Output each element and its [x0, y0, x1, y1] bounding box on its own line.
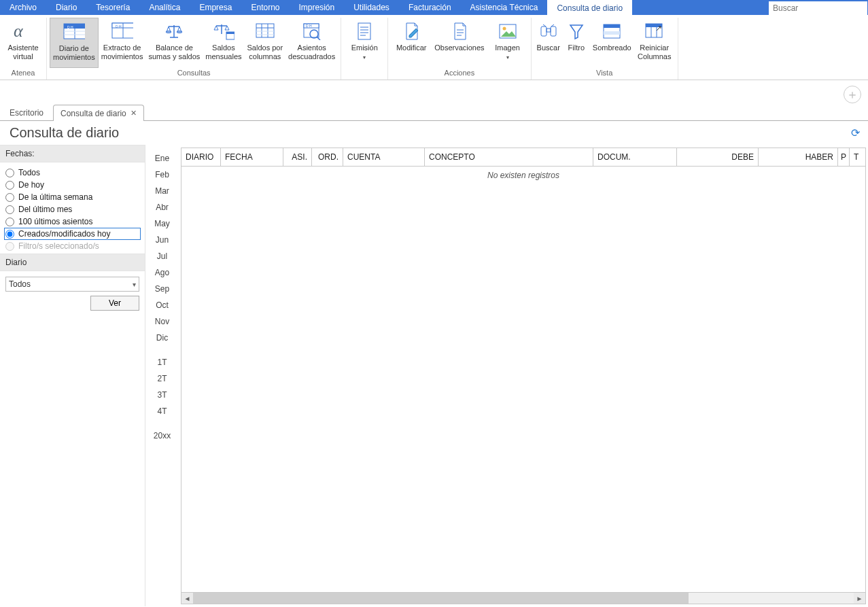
diario-value: Todos: [9, 279, 31, 289]
reiniciar-columnas-button[interactable]: Reiniciar Columnas: [634, 18, 675, 68]
month-sep[interactable]: Sep: [145, 281, 179, 297]
refresh-button[interactable]: ⟳: [851, 126, 860, 139]
binoculars-icon: [538, 20, 559, 42]
col-p[interactable]: P: [838, 148, 850, 166]
ver-button[interactable]: Ver: [90, 296, 139, 311]
close-icon[interactable]: ✕: [131, 109, 137, 118]
quarter-4t[interactable]: 4T: [145, 403, 179, 419]
menu-archivo[interactable]: Archivo: [0, 0, 46, 15]
col-t[interactable]: T: [850, 148, 865, 166]
svg-text:D   H: D H: [306, 24, 312, 28]
col-ord[interactable]: ORD.: [312, 148, 343, 166]
scroll-track[interactable]: [193, 593, 854, 604]
document-tabs: Escritorio Consulta de diario ✕ ＋: [0, 80, 868, 121]
menu-impresion[interactable]: Impresión: [289, 0, 344, 15]
month-ene[interactable]: Ene: [145, 150, 179, 167]
svg-rect-19: [226, 32, 235, 34]
menu-facturacion[interactable]: Facturación: [399, 0, 461, 15]
ribbon-group-emision: Emisión▾: [341, 18, 388, 80]
col-debe[interactable]: DEBE: [677, 148, 759, 166]
month-jun[interactable]: Jun: [145, 232, 179, 248]
menu-entorno[interactable]: Entorno: [241, 0, 289, 15]
imagen-button[interactable]: Imagen▾: [487, 18, 528, 68]
horizontal-scrollbar[interactable]: ◄ ►: [181, 593, 866, 604]
svg-rect-43: [546, 29, 551, 32]
asistente-virtual-button[interactable]: α Asistente virtual: [3, 18, 44, 68]
observaciones-button[interactable]: Observaciones: [432, 18, 487, 68]
scroll-left-arrow-icon[interactable]: ◄: [181, 593, 193, 604]
col-diario[interactable]: DIARIO: [181, 148, 221, 166]
balance-icon: [163, 20, 185, 42]
menu-consulta-diario[interactable]: Consulta de diario: [547, 0, 632, 15]
year-20xx[interactable]: 20xx: [145, 428, 179, 444]
alpha-icon: α: [12, 20, 34, 42]
diario-select[interactable]: Todos ▾: [5, 277, 139, 292]
svg-rect-31: [358, 23, 370, 39]
month-jul[interactable]: Jul: [145, 248, 179, 264]
menu-utilidades[interactable]: Utilidades: [344, 0, 399, 15]
grid-body: No existen registros: [181, 167, 866, 593]
radio-creados-modificados-hoy[interactable]: Creados/modificados hoy: [4, 228, 141, 240]
month-mar[interactable]: Mar: [145, 183, 179, 199]
sombreado-button[interactable]: Sombreado: [590, 18, 634, 68]
modificar-button[interactable]: Modificar: [391, 18, 432, 68]
radio-todos[interactable]: Todos: [4, 167, 141, 179]
emision-button[interactable]: Emisión▾: [344, 18, 385, 68]
menu-analitica[interactable]: Analítica: [139, 0, 190, 15]
month-may[interactable]: May: [145, 215, 179, 232]
col-fecha[interactable]: FECHA: [221, 148, 283, 166]
month-feb[interactable]: Feb: [145, 167, 179, 183]
ribbon-group-atenea: α Asistente virtual Atenea: [0, 18, 47, 80]
col-cuenta[interactable]: CUENTA: [343, 148, 425, 166]
menu-diario[interactable]: Diario: [46, 0, 86, 15]
empty-message: No existen registros: [181, 167, 865, 184]
month-oct[interactable]: Oct: [145, 297, 179, 313]
scroll-right-arrow-icon[interactable]: ►: [854, 593, 865, 604]
image-icon: [497, 20, 519, 42]
filtro-button[interactable]: Filtro: [563, 18, 590, 68]
quarter-2t[interactable]: 2T: [145, 370, 179, 387]
svg-rect-48: [604, 31, 620, 35]
month-dic[interactable]: Dic: [145, 330, 179, 346]
menu-bar: Archivo Diario Tesorería Analítica Empre…: [0, 0, 868, 15]
plus-icon: ＋: [846, 86, 858, 103]
saldos-mensuales-button[interactable]: Saldos mensuales: [203, 18, 244, 68]
menu-empresa[interactable]: Empresa: [190, 0, 241, 15]
note-icon: [449, 20, 470, 42]
scroll-thumb[interactable]: [193, 593, 689, 604]
col-asi[interactable]: ASI.: [283, 148, 312, 166]
menu-asistencia[interactable]: Asistencia Técnica: [461, 0, 548, 15]
balance-calendar-icon: [213, 20, 235, 42]
balance-sumas-saldos-button[interactable]: Balance de sumas y saldos: [146, 18, 203, 68]
saldos-columnas-button[interactable]: Saldos por columnas: [245, 18, 286, 68]
quarter-3t[interactable]: 3T: [145, 387, 179, 403]
svg-text:D    H: D H: [67, 25, 73, 29]
chevron-down-icon: ▾: [506, 54, 509, 60]
tab-consulta-diario[interactable]: Consulta de diario ✕: [53, 105, 144, 121]
ribbon-group-consultas: D H Diario de movimientos D H Extracto d…: [47, 18, 341, 80]
search-input[interactable]: [769, 1, 867, 15]
buscar-button[interactable]: Buscar: [534, 18, 563, 68]
chevron-down-icon: ▾: [363, 54, 366, 60]
quarter-1t[interactable]: 1T: [145, 354, 179, 370]
radio-ultima-semana[interactable]: De la última semana: [4, 191, 141, 203]
month-nov[interactable]: Nov: [145, 313, 179, 330]
col-concepto[interactable]: CONCEPTO: [425, 148, 593, 166]
col-docum[interactable]: DOCUM.: [593, 148, 677, 166]
extracto-movimientos-button[interactable]: D H Extracto de movimientos: [99, 18, 146, 68]
month-abr[interactable]: Abr: [145, 199, 179, 215]
ribbon-group-acciones: Modificar Observaciones Imagen▾ Acciones: [388, 18, 531, 80]
main-content: Fechas: Todos De hoy De la última semana…: [0, 145, 868, 606]
month-ago[interactable]: Ago: [145, 264, 179, 281]
radio-ultimo-mes[interactable]: Del último mes: [4, 203, 141, 215]
asientos-descuadrados-button[interactable]: D H Asientos descuadrados: [285, 18, 338, 68]
menu-tesoreria[interactable]: Tesorería: [86, 0, 139, 15]
search-box[interactable]: [769, 1, 867, 15]
col-haber[interactable]: HABER: [759, 148, 838, 166]
tab-escritorio[interactable]: Escritorio: [3, 105, 50, 121]
diario-movimientos-button[interactable]: D H Diario de movimientos: [50, 18, 99, 68]
add-tab-button[interactable]: ＋: [844, 86, 861, 103]
radio-de-hoy[interactable]: De hoy: [4, 179, 141, 191]
tab-label: Consulta de diario: [60, 109, 126, 118]
radio-100-ultimos[interactable]: 100 últimos asientos: [4, 215, 141, 228]
